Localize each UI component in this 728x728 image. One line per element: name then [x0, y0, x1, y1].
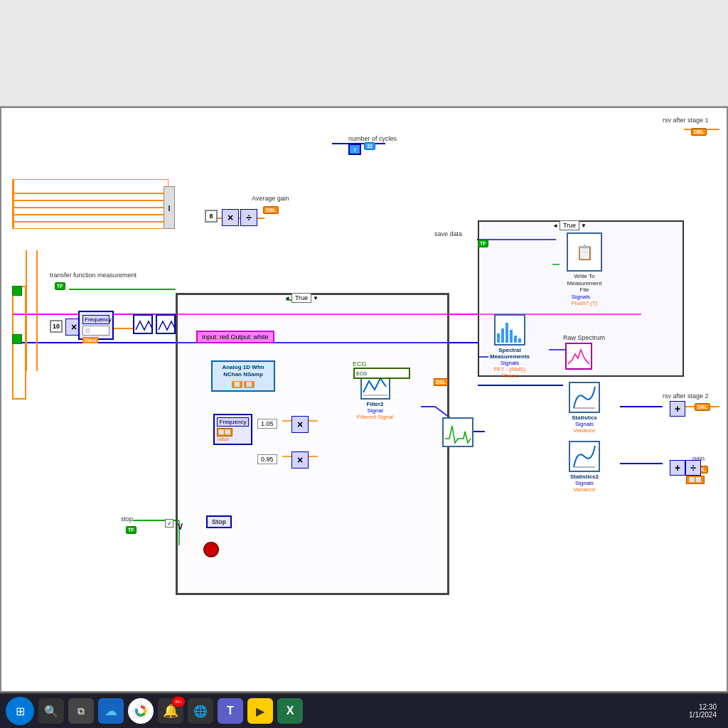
spectral-measurements-block[interactable]: Spectral Measurements Signals FFT - (RMS… — [488, 314, 531, 379]
block-diagram-canvas[interactable]: ◄ True ▼ 📋 Write To Measurement File Sig… — [1, 108, 727, 691]
ecg-indicator: ECG — [353, 368, 410, 379]
write-to-measurement-block[interactable]: 📋 Write To Measurement File Signals Flus… — [563, 232, 606, 306]
true-value-write[interactable]: True — [560, 220, 579, 230]
analog-wfm-indicators: ⬜ ⬜ — [215, 381, 272, 388]
cloud-icon[interactable]: ☁ — [98, 698, 124, 724]
true-selector-main[interactable]: ◄ True ▼ — [284, 293, 318, 303]
average-gain-dbl: DBL — [263, 206, 279, 214]
frequency-block: Frequency ⬜ Value — [78, 311, 114, 340]
svg-rect-34 — [501, 328, 504, 343]
stat2-variance-port: Variance — [574, 486, 596, 493]
statistics-block[interactable]: Statistics Signals Variance — [569, 382, 600, 434]
network-icon[interactable]: 🌐 — [188, 698, 213, 724]
svg-rect-38 — [518, 338, 521, 343]
statistics2-svg — [570, 442, 599, 471]
cycles-i32-terminal: 32 — [364, 142, 375, 150]
svg-rect-37 — [514, 336, 517, 343]
signals-port-label: Signals — [572, 294, 597, 300]
svg-rect-36 — [510, 330, 513, 343]
chrome-svg — [133, 703, 149, 719]
statistics-icon — [569, 382, 600, 413]
constant-1-05: 1.05 — [257, 419, 277, 429]
rsv-stage1-terminal: DBL — [691, 128, 707, 136]
spectral-signals-port: Signals — [500, 360, 519, 366]
frequency-value-display: ⬜ — [82, 326, 109, 336]
save-data-terminal[interactable]: TF — [478, 240, 488, 247]
tf-terminal-1: TF — [55, 282, 65, 290]
multiply-0-95: × — [291, 451, 309, 469]
dropdown-arrow-main[interactable]: ▼ — [313, 295, 318, 301]
svg-rect-35 — [505, 323, 508, 343]
svg-rect-33 — [497, 333, 500, 343]
taskview-button[interactable]: ⧉ — [68, 698, 94, 724]
stat-signals-port: Signals — [575, 421, 594, 427]
multiply-op-1: × — [222, 209, 239, 226]
teams-icon[interactable]: T — [218, 698, 243, 724]
average-gain-label: Average gain — [252, 195, 289, 202]
constant-10: 10 — [50, 320, 63, 333]
search-button[interactable]: 🔍 — [38, 698, 64, 724]
write-signals-port: Signals Flush? (T) — [572, 294, 597, 306]
flush-port-label: Flush? (T) — [572, 300, 597, 306]
start-button[interactable]: ⊞ — [6, 697, 34, 725]
date-display: 1/1/2024 — [689, 711, 717, 719]
labview-icon[interactable]: ▶ — [247, 698, 273, 724]
filter2-signal-port: Signal — [367, 407, 382, 414]
stop-label: stop — [121, 515, 133, 523]
chrome-icon[interactable] — [128, 698, 154, 724]
number-of-cycles-label: number of cycles — [348, 135, 397, 142]
freq-indicators: ⬜⬜ — [217, 428, 249, 437]
stop-tf-terminal: TF — [126, 526, 136, 534]
excel-icon[interactable]: X — [277, 698, 303, 724]
waveform-svg-1 — [134, 316, 154, 336]
fft-rms-port: FFT - (RMS) — [494, 366, 526, 373]
notification-icon[interactable]: 🔔 99+ — [158, 698, 183, 724]
multiply-1-05: × — [291, 416, 309, 433]
dropdown-arrow-write[interactable]: ▼ — [581, 223, 587, 229]
notification-badge-count: 99+ — [172, 697, 185, 707]
statistics2-block[interactable]: Statistics2 Signals Variance — [569, 441, 600, 493]
constant-0-95: 0.95 — [257, 454, 277, 464]
save-data-label: save data — [434, 230, 462, 237]
time-display: 12:30 — [689, 703, 717, 711]
main-canvas: ◄ True ▼ 📋 Write To Measurement File Sig… — [0, 107, 728, 692]
waveform-display-1 — [133, 314, 153, 334]
green-connector-2 — [12, 334, 22, 344]
input-output-block: Input: red Output: white — [196, 331, 274, 343]
add-op-gain: + — [670, 460, 685, 476]
divide-op-gain: ÷ — [685, 460, 701, 476]
ecg-chart-block — [442, 417, 473, 447]
stop-button-label: Stop — [212, 518, 226, 525]
green-connector-1 — [12, 286, 22, 296]
analog-wfm-block: Analog 1D WfmNChan NSamp ⬜ ⬜ — [211, 360, 275, 392]
statistics2-icon — [569, 441, 600, 472]
write-to-measurement-icon: 📋 — [567, 232, 602, 272]
freq-value-port: Value — [217, 437, 249, 441]
waveform-display-2 — [156, 314, 176, 334]
dbl-merge-indicator: DBL — [434, 378, 448, 386]
filter2-label: Filter2 — [367, 401, 384, 407]
true-selector-arrow: ◄ — [552, 223, 558, 229]
stat2-signals-port: Signals — [575, 480, 594, 486]
svg-point-42 — [138, 708, 144, 714]
statistics2-label: Statistics2 — [570, 473, 599, 480]
waveform-svg-2 — [157, 316, 177, 336]
i-indicator: i — [348, 144, 361, 155]
ecg-chart-svg — [444, 419, 472, 446]
write-to-measurement-label: Write To Measurement File — [563, 273, 606, 294]
spectral-icon — [494, 314, 525, 346]
analog-wfm-label: Analog 1D WfmNChan NSamp — [215, 364, 272, 379]
or-symbol: ∨ — [176, 520, 183, 532]
ecg-top-label: ECG — [356, 371, 367, 376]
frequency-inner-block: Frequency ⬜⬜ Value — [213, 414, 252, 445]
wire-bus-left — [12, 179, 168, 229]
true-selector-write[interactable]: ◄ True ▼ — [552, 220, 587, 230]
raw-spectrum-chart — [565, 343, 592, 370]
ecg-label-top: ECG — [353, 360, 367, 368]
system-time: 12:30 1/1/2024 — [689, 703, 717, 719]
statistics-svg — [570, 383, 599, 412]
merge-wires-icon: ‖ — [164, 186, 175, 229]
true-value-main[interactable]: True — [291, 293, 311, 303]
stop-button-block[interactable]: Stop — [206, 515, 232, 528]
rsv-stage2-terminal: DBL — [695, 403, 710, 411]
